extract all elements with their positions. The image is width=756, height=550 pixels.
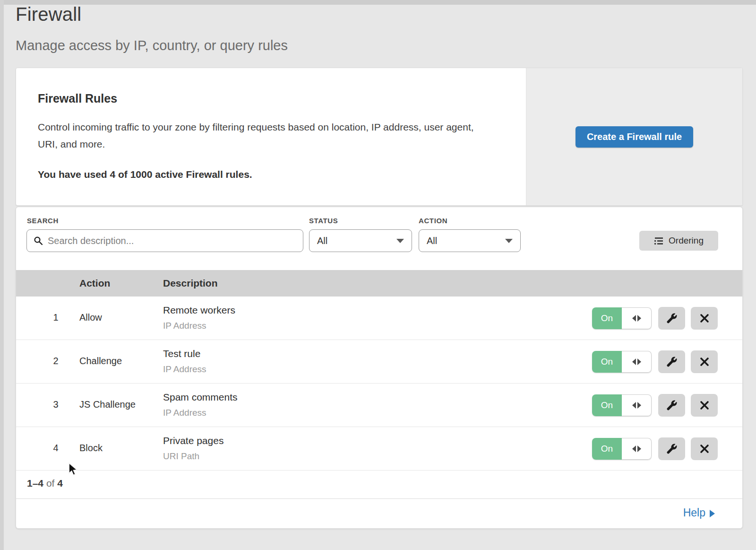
edit-rule-button[interactable] — [658, 394, 685, 417]
action-label: ACTION — [419, 217, 447, 225]
left-right-arrows-icon[interactable] — [622, 307, 652, 329]
rule-match-type: IP Address — [163, 364, 206, 375]
rule-priority: 1 — [50, 312, 61, 323]
table-row: 4 Block Private pages URI Path On — [16, 427, 742, 471]
status-selected-value: All — [317, 236, 327, 246]
right-triangle-icon — [710, 510, 715, 517]
rule-action: Allow — [79, 312, 102, 323]
chevron-down-icon — [396, 239, 404, 243]
x-icon — [699, 313, 710, 323]
ordered-list-icon — [654, 237, 664, 245]
rule-action: Block — [79, 443, 103, 454]
window-edge-left — [0, 0, 4, 550]
pagination-range: 1–4 — [27, 478, 43, 489]
edit-rule-button[interactable] — [658, 307, 685, 330]
rule-match-type: URI Path — [163, 451, 199, 462]
overview-title: Firewall Rules — [38, 92, 498, 105]
window-edge-top — [0, 0, 756, 5]
x-icon — [699, 444, 710, 454]
help-link[interactable]: Help — [683, 506, 715, 519]
footer-divider — [16, 498, 742, 499]
table-row: 1 Allow Remote workers IP Address On — [16, 297, 742, 340]
overview-usage-count: You have used 4 of 1000 active Firewall … — [38, 169, 498, 180]
pagination-of: of — [46, 478, 55, 489]
table-row: 2 Challenge Test rule IP Address On — [16, 340, 742, 384]
delete-rule-button[interactable] — [691, 350, 718, 373]
toggle-on-label: On — [592, 307, 622, 329]
rule-description: Spam comments — [163, 392, 238, 403]
wrench-icon — [666, 356, 678, 367]
search-label: SEARCH — [27, 217, 59, 225]
left-right-arrows-icon[interactable] — [622, 438, 652, 460]
toggle-on-label: On — [592, 394, 622, 416]
action-selected-value: All — [427, 236, 437, 246]
toggle-on-label: On — [592, 438, 622, 460]
search-box[interactable] — [26, 229, 303, 252]
column-header-action: Action — [79, 278, 110, 289]
x-icon — [699, 400, 710, 410]
wrench-icon — [666, 400, 678, 411]
help-link-label: Help — [683, 506, 705, 519]
rules-table-body: 1 Allow Remote workers IP Address On 2 C… — [16, 297, 742, 471]
wrench-icon — [666, 443, 678, 454]
rule-description: Test rule — [163, 348, 200, 359]
column-header-description: Description — [163, 278, 218, 289]
rule-match-type: IP Address — [163, 321, 206, 331]
delete-rule-button[interactable] — [691, 437, 718, 460]
toggle-on-label: On — [592, 351, 622, 373]
action-select[interactable]: All — [419, 229, 521, 252]
create-firewall-rule-button[interactable]: Create a Firewall rule — [576, 126, 693, 148]
status-select[interactable]: All — [309, 229, 412, 252]
ordering-button[interactable]: Ordering — [639, 231, 718, 251]
delete-rule-button[interactable] — [691, 394, 718, 417]
pagination-total: 4 — [57, 478, 63, 489]
chevron-down-icon — [505, 239, 513, 243]
rule-enabled-toggle[interactable]: On — [592, 351, 652, 373]
left-right-arrows-icon[interactable] — [622, 351, 652, 373]
status-label: STATUS — [309, 217, 338, 225]
rule-description: Remote workers — [163, 305, 235, 316]
left-right-arrows-icon[interactable] — [622, 394, 652, 416]
firewall-rules-overview-card: Firewall Rules Control incoming traffic … — [16, 68, 743, 206]
overview-text-block: Firewall Rules Control incoming traffic … — [16, 68, 526, 205]
rule-action: Challenge — [79, 356, 122, 367]
page-title: Firewall — [16, 4, 81, 25]
search-input[interactable] — [48, 236, 296, 246]
ordering-button-label: Ordering — [669, 236, 704, 246]
x-icon — [699, 357, 710, 367]
rule-description: Private pages — [163, 435, 223, 446]
firewall-rules-list-card: SEARCH STATUS ACTION All All Ordering Ac… — [16, 207, 743, 529]
page-subtitle: Manage access by IP, country, or query r… — [16, 38, 288, 53]
rule-enabled-toggle[interactable]: On — [592, 307, 652, 329]
wrench-icon — [666, 313, 678, 324]
rule-priority: 3 — [50, 399, 61, 410]
overview-description: Control incoming traffic to your zone by… — [38, 119, 487, 153]
search-icon — [34, 236, 43, 245]
overview-action-panel: Create a Firewall rule — [526, 68, 742, 205]
pagination-status: 1–4 of 4 — [27, 478, 63, 489]
rule-enabled-toggle[interactable]: On — [592, 394, 652, 416]
rule-priority: 2 — [50, 356, 61, 367]
table-row: 3 JS Challenge Spam comments IP Address … — [16, 384, 742, 427]
delete-rule-button[interactable] — [691, 307, 718, 330]
edit-rule-button[interactable] — [658, 437, 685, 460]
rule-priority: 4 — [50, 443, 61, 454]
rule-enabled-toggle[interactable]: On — [592, 438, 652, 460]
table-header: Action Description — [16, 270, 742, 297]
rule-action: JS Challenge — [79, 399, 136, 410]
rule-match-type: IP Address — [163, 408, 206, 418]
edit-rule-button[interactable] — [658, 350, 685, 373]
